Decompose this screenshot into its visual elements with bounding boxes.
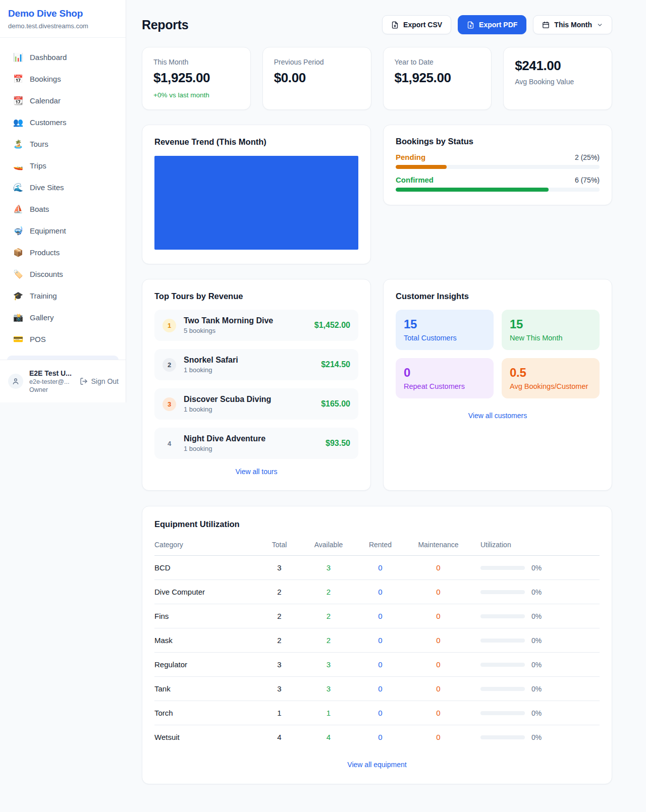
utilization-pct: 0% [531,588,542,596]
tour-row[interactable]: 2 Snorkel Safari 1 booking $214.50 [154,349,358,380]
sidebar-item-boats[interactable]: ⛵ Boats [7,199,119,218]
cell-category: Tank [154,677,258,701]
progress-track [396,165,600,169]
stat-value: $1,925.00 [395,70,480,86]
cell-rented: 0 [356,580,404,604]
export-csv-button[interactable]: Export CSV [382,15,451,34]
package-icon: 📦 [13,248,23,257]
sign-out-button[interactable]: Sign Out [80,377,119,385]
utilization-pct: 0% [531,733,542,741]
tour-row[interactable]: 4 Night Dive Adventure 1 booking $93.50 [154,428,358,459]
user-meta: E2E Test U... e2e-tester@... Owner [29,369,74,393]
sidebar-item-label: Boats [30,205,49,213]
col-total: Total [258,536,301,556]
stat-value: $1,925.00 [153,70,239,86]
sidebar-item-customers[interactable]: 👥 Customers [7,112,119,132]
rank-badge: 3 [163,397,176,411]
utilization-pct: 0% [531,636,542,645]
cell-available: 2 [301,580,356,604]
utilization-pct: 0% [531,661,542,669]
export-pdf-label: Export PDF [479,21,517,29]
tour-revenue: $214.50 [321,360,350,369]
period-dropdown[interactable]: This Month [533,15,612,34]
utilization-pct: 0% [531,709,542,717]
cell-maintenance: 0 [404,604,472,628]
cell-category: Wetsuit [154,725,258,749]
table-header-row: Category Total Available Rented Maintena… [154,536,600,556]
view-all-customers-link[interactable]: View all customers [396,412,600,420]
revenue-trend-chart [154,156,358,250]
stat-label: Avg Booking Value [515,78,601,86]
cell-category: BCD [154,556,258,580]
middle-row: Top Tours by Revenue 1 Two Tank Morning … [142,279,612,491]
cell-total: 3 [258,653,301,677]
tour-row[interactable]: 3 Discover Scuba Diving 1 booking $165.0… [154,388,358,420]
sidebar-item-tours[interactable]: 🏝️ Tours [7,134,119,153]
sidebar-item-trips[interactable]: 🚤 Trips [7,156,119,175]
utilization-bar [480,566,525,570]
customers-icon: 👥 [13,118,23,127]
utilization-pct: 0% [531,564,542,572]
chevron-down-icon [597,22,603,28]
sidebar-item-dive-sites[interactable]: 🌊 Dive Sites [7,178,119,197]
insight-tile-total-customers: 15 Total Customers [396,310,494,350]
rank-badge: 2 [163,358,176,372]
tour-bookings: 1 booking [184,405,313,413]
top-tours-title: Top Tours by Revenue [154,292,358,301]
table-row: BCD 3 3 0 0 0% [154,556,600,580]
sidebar-item-dashboard[interactable]: 📊 Dashboard [7,47,119,67]
cell-available: 3 [301,653,356,677]
sidebar-item-pos[interactable]: 💳 POS [7,329,119,349]
sign-out-label: Sign Out [91,377,119,385]
sidebar-item-discounts[interactable]: 🏷️ Discounts [7,264,119,283]
tour-bookings: 5 bookings [184,327,307,334]
wave-icon: 🌊 [13,183,23,192]
cell-available: 3 [301,677,356,701]
sidebar-item-gallery[interactable]: 📸 Gallery [7,308,119,327]
stat-label: This Month [153,58,239,66]
logout-icon [80,377,88,385]
sidebar-item-label: Calendar [30,96,61,105]
status-row-confirmed: Confirmed 6 (75%) [396,176,600,192]
tour-revenue: $1,452.00 [314,321,350,330]
sidebar-item-products[interactable]: 📦 Products [7,243,119,262]
cell-rented: 0 [356,653,404,677]
top-tours-card: Top Tours by Revenue 1 Two Tank Morning … [142,279,371,491]
export-pdf-button[interactable]: Export PDF [458,15,526,34]
cell-category: Fins [154,604,258,628]
tour-row[interactable]: 1 Two Tank Morning Dive 5 bookings $1,45… [154,310,358,341]
rank-badge: 1 [163,319,176,332]
calendar-icon [542,21,550,29]
cell-category: Mask [154,628,258,653]
view-all-equipment-link[interactable]: View all equipment [154,761,600,769]
dashboard-icon: 📊 [13,52,23,62]
view-all-tours-link[interactable]: View all tours [154,468,358,476]
sidebar: Demo Dive Shop demo.test.divestreams.com… [0,0,126,402]
utilization-bar [480,711,525,715]
graduation-cap-icon: 🎓 [13,291,23,301]
user-role: Owner [29,386,74,393]
user-name: E2E Test U... [29,369,74,377]
stat-delta: +0% vs last month [153,91,239,99]
tour-list: 1 Two Tank Morning Dive 5 bookings $1,45… [154,310,358,459]
utilization-pct: 0% [531,612,542,620]
cell-rented: 0 [356,556,404,580]
sidebar-item-bookings[interactable]: 📅 Bookings [7,69,119,88]
cell-category: Regulator [154,653,258,677]
sidebar-item-label: Tours [30,140,48,148]
cell-available: 4 [301,725,356,749]
progress-fill [396,165,447,169]
table-row: Tank 3 3 0 0 0% [154,677,600,701]
file-download-icon [467,21,474,29]
export-csv-label: Export CSV [403,21,442,29]
sidebar-item-calendar[interactable]: 📆 Calendar [7,91,119,110]
revenue-trend-card: Revenue Trend (This Month) [142,125,371,264]
speedboat-icon: 🚤 [13,161,23,170]
sidebar-item-equipment[interactable]: 🤿 Equipment [7,221,119,240]
stat-card-year-to-date: Year to Date $1,925.00 [383,47,492,110]
sidebar-item-training[interactable]: 🎓 Training [7,286,119,305]
col-maintenance: Maintenance [404,536,472,556]
utilization-bar [480,639,525,643]
cell-total: 1 [258,701,301,725]
sidebar-item-label: Products [30,248,60,257]
